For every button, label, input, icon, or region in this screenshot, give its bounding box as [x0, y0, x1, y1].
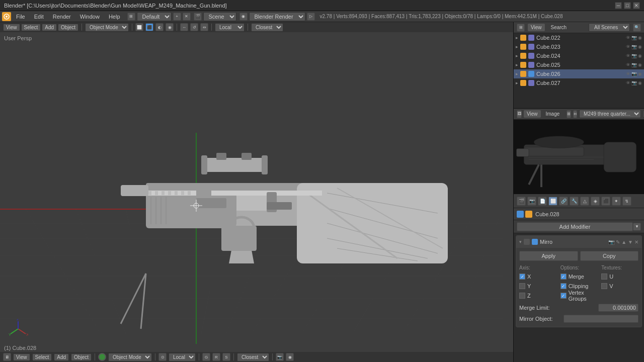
render-icon-2[interactable]: ◉: [638, 53, 642, 58]
outliner-item-2[interactable]: ▸ Cube.024 👁 📷 ◉: [514, 51, 644, 60]
move-icon[interactable]: ↔: [180, 23, 188, 31]
view-footer-btn[interactable]: View: [13, 353, 30, 361]
u-checkbox[interactable]: [601, 274, 607, 280]
merge-limit-input[interactable]: [598, 304, 638, 312]
shading-mode[interactable]: Local: [169, 353, 196, 361]
data-props-icon[interactable]: △: [580, 197, 589, 206]
cam-icon-2[interactable]: 📷: [631, 53, 637, 58]
scale-footer-icon[interactable]: S: [222, 353, 230, 361]
modifier-render-btn[interactable]: 📷: [608, 239, 614, 245]
rotate-icon[interactable]: ↺: [190, 23, 198, 31]
outliner-item-5[interactable]: ▸ Cube.027 👁 📷 ◉: [514, 78, 644, 87]
image-tab-image[interactable]: Image: [543, 110, 563, 118]
rotate-footer-icon[interactable]: R: [212, 353, 220, 361]
menu-help[interactable]: Help: [105, 13, 124, 21]
object-mode-footer[interactable]: Object Mode: [108, 353, 152, 361]
close-button[interactable]: ✕: [633, 2, 640, 9]
snap-footer-select[interactable]: Closest: [237, 353, 269, 361]
cam-icon-1[interactable]: 📷: [631, 44, 637, 49]
add-footer-btn[interactable]: Add: [54, 353, 69, 361]
menu-window[interactable]: Window: [76, 13, 104, 21]
modifier-close-btn[interactable]: ✕: [634, 239, 638, 245]
render-icon-1[interactable]: ◉: [638, 44, 642, 49]
clipping-checkbox[interactable]: [560, 283, 567, 289]
modifier-move-down-btn[interactable]: ▼: [628, 239, 633, 245]
render-engine-select[interactable]: Blender Render: [249, 12, 305, 21]
cam-icon-4[interactable]: 📷: [631, 71, 637, 76]
render-icon-5[interactable]: ◉: [638, 80, 642, 85]
merge-checkbox[interactable]: [560, 274, 567, 280]
modifier-expand-icon[interactable]: [524, 239, 530, 245]
camera-icon[interactable]: 📷: [276, 353, 284, 361]
object-footer-btn[interactable]: Object: [71, 353, 92, 361]
select-footer-btn[interactable]: Select: [32, 353, 52, 361]
output-props-icon[interactable]: 📄: [538, 197, 547, 206]
viewport-icon[interactable]: 🖥: [3, 353, 11, 361]
solid-btn[interactable]: ⬛: [145, 23, 153, 31]
scene-props-icon[interactable]: 🎬: [517, 197, 526, 206]
image-hdr-icon[interactable]: H: [573, 110, 577, 118]
minimize-button[interactable]: ─: [615, 2, 622, 9]
scene-select[interactable]: Scene: [203, 12, 236, 21]
constraint-props-icon[interactable]: 🔗: [559, 197, 568, 206]
vertex-groups-checkbox[interactable]: [560, 293, 567, 299]
scale-icon[interactable]: ⇔: [200, 23, 208, 31]
modifier-props-icon[interactable]: 🔧: [570, 197, 579, 206]
outliner-item-3[interactable]: ▸ Cube.025 👁 📷 ◉: [514, 60, 644, 69]
modifier-move-up-btn[interactable]: ▲: [621, 239, 626, 245]
outliner-item-4[interactable]: ▸ Cube.026 👁 📷 ◉: [514, 69, 644, 78]
outliner-item-0[interactable]: ▸ Cube.022 👁 📷 ◉: [514, 33, 644, 42]
image-tab-view[interactable]: View: [524, 110, 541, 118]
menu-render[interactable]: Render: [49, 13, 75, 21]
cam-icon-0[interactable]: 📷: [631, 35, 637, 40]
add-modifier-button[interactable]: Add Modifier: [517, 222, 633, 231]
outliner-tab-view[interactable]: View: [528, 24, 545, 31]
del-screen-icon[interactable]: ✕: [183, 13, 191, 21]
modifier-settings-icon[interactable]: ▼: [633, 223, 641, 231]
outliner-item-1[interactable]: ▸ Cube.023 👁 📷 ◉: [514, 42, 644, 51]
add-menu-btn[interactable]: Add: [42, 24, 57, 31]
v-checkbox[interactable]: [601, 283, 607, 289]
menu-file[interactable]: File: [12, 13, 29, 21]
texture-props-icon[interactable]: ⬛: [601, 197, 610, 206]
render-icon[interactable]: ▷: [307, 13, 315, 21]
particle-props-icon[interactable]: ✦: [612, 197, 621, 206]
image-layout-icon[interactable]: ⊞: [567, 110, 571, 118]
x-checkbox[interactable]: [519, 274, 525, 280]
render-icon-4[interactable]: ◉: [638, 71, 642, 76]
object-menu-btn[interactable]: Object: [58, 24, 78, 31]
material-btn[interactable]: ◐: [155, 23, 164, 31]
render-props-icon[interactable]: 📷: [527, 197, 536, 206]
object-props-icon[interactable]: ⬜: [548, 197, 557, 206]
viewport[interactable]: View Select Add Object Object Mode ⬜ ⬛ ◐…: [0, 22, 513, 362]
cam-icon-3[interactable]: 📷: [631, 62, 637, 67]
view-menu-btn[interactable]: View: [3, 24, 20, 31]
modifier-copy-btn[interactable]: Copy: [580, 251, 639, 261]
select-menu-btn[interactable]: Select: [21, 24, 41, 31]
local-global-select[interactable]: Local Global: [215, 23, 245, 32]
mirror-object-input[interactable]: [564, 315, 638, 323]
modifier-edit-btn[interactable]: ✎: [616, 239, 620, 245]
object-mode-select[interactable]: Object Mode: [85, 23, 129, 32]
wireframe-btn[interactable]: ⬜: [135, 23, 143, 31]
render-footer-icon[interactable]: ◉: [286, 353, 294, 361]
snap-select[interactable]: Closest: [251, 23, 283, 32]
rendered-btn[interactable]: ◉: [166, 23, 174, 31]
z-checkbox[interactable]: [519, 293, 525, 299]
eye-icon-0[interactable]: 👁: [626, 35, 630, 40]
maximize-button[interactable]: □: [624, 2, 631, 9]
layout-select[interactable]: Default: [137, 12, 172, 21]
menu-edit[interactable]: Edit: [30, 13, 48, 21]
material-props-icon[interactable]: ◈: [591, 197, 600, 206]
snap-magnet-icon[interactable]: ⊙: [158, 353, 167, 361]
outliner-search-icon[interactable]: 🔍: [633, 24, 641, 32]
eye-icon-3[interactable]: 👁: [626, 62, 630, 67]
grab-icon[interactable]: G: [202, 353, 210, 361]
cam-icon-5[interactable]: 📷: [631, 80, 637, 85]
render-icon-3[interactable]: ◉: [638, 62, 642, 67]
eye-icon-2[interactable]: 👁: [626, 53, 630, 58]
eye-icon-5[interactable]: 👁: [626, 80, 630, 85]
scene-selector[interactable]: All Scenes: [589, 23, 630, 32]
modifier-apply-btn[interactable]: Apply: [519, 251, 578, 261]
eye-icon-1[interactable]: 👁: [626, 44, 630, 49]
